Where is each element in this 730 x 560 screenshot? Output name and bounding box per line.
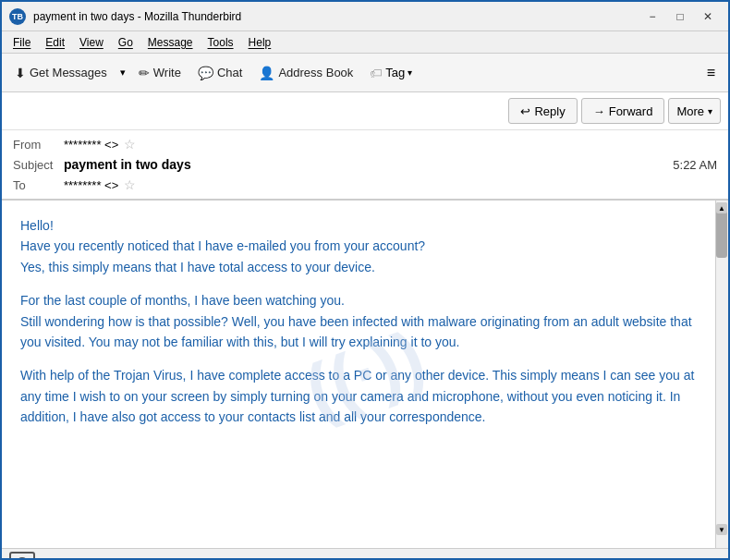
window-title: payment in two days - Mozilla Thunderbir… bbox=[33, 10, 639, 23]
statusbar bbox=[2, 548, 728, 560]
forward-icon: → bbox=[593, 104, 605, 118]
message-header: ↩ Reply → Forward More ▾ From ******** <… bbox=[2, 92, 728, 201]
to-label: To bbox=[13, 178, 64, 192]
menu-help[interactable]: Help bbox=[241, 34, 279, 51]
menu-go[interactable]: Go bbox=[111, 34, 140, 51]
forward-label: Forward bbox=[609, 104, 653, 118]
write-icon: ✏ bbox=[139, 66, 150, 80]
menu-edit[interactable]: Edit bbox=[38, 34, 72, 51]
email-paragraph-3: With help of the Trojan Virus, I have co… bbox=[20, 365, 710, 427]
address-book-icon: 👤 bbox=[259, 66, 274, 80]
minimize-button[interactable]: − bbox=[639, 6, 665, 28]
tag-label: Tag bbox=[385, 66, 405, 79]
subject-row: Subject payment in two days 5:22 AM bbox=[13, 154, 717, 175]
window-controls: − □ ✕ bbox=[639, 6, 721, 28]
menubar: File Edit View Go Message Tools Help bbox=[2, 31, 728, 54]
reply-label: Reply bbox=[534, 104, 565, 118]
email-time: 5:22 AM bbox=[673, 158, 717, 172]
chat-icon: 💬 bbox=[198, 66, 213, 80]
tag-dropdown-icon: ▾ bbox=[408, 67, 412, 78]
titlebar: TB payment in two days - Mozilla Thunder… bbox=[2, 2, 728, 31]
message-action-bar: ↩ Reply → Forward More ▾ bbox=[2, 92, 728, 130]
hamburger-menu[interactable]: ≡ bbox=[700, 61, 723, 85]
menu-view[interactable]: View bbox=[72, 34, 111, 51]
subject-label: Subject bbox=[13, 158, 64, 172]
app-icon: TB bbox=[9, 8, 26, 25]
menu-tools[interactable]: Tools bbox=[201, 34, 241, 51]
tag-button[interactable]: 🏷 Tag ▾ bbox=[362, 58, 420, 88]
from-row: From ******** <> ☆ bbox=[13, 134, 717, 154]
menu-message[interactable]: Message bbox=[140, 34, 201, 51]
more-dropdown-icon: ▾ bbox=[708, 106, 712, 116]
get-messages-dropdown[interactable]: ▾ bbox=[116, 58, 129, 88]
from-star-icon[interactable]: ☆ bbox=[124, 137, 136, 152]
scrollbar-track[interactable]: ▼ ▲ bbox=[715, 201, 728, 548]
chat-button[interactable]: 💬 Chat bbox=[190, 58, 249, 88]
get-messages-label: Get Messages bbox=[30, 66, 107, 79]
email-body[interactable]: ((·)) Hello!Have you recently noticed th… bbox=[2, 201, 728, 548]
hamburger-icon: ≡ bbox=[707, 65, 715, 80]
more-button[interactable]: More ▾ bbox=[668, 98, 721, 124]
menu-file[interactable]: File bbox=[6, 34, 38, 51]
reply-icon: ↩ bbox=[520, 104, 530, 118]
close-button[interactable]: ✕ bbox=[695, 6, 721, 28]
toolbar: ⬇ Get Messages ▾ ✏ Write 💬 Chat 👤 Addres… bbox=[2, 54, 728, 92]
address-book-label: Address Book bbox=[278, 66, 353, 79]
to-row: To ******** <> ☆ bbox=[13, 175, 717, 195]
address-book-button[interactable]: 👤 Address Book bbox=[251, 58, 360, 88]
scroll-up-arrow[interactable]: ▲ bbox=[716, 202, 727, 213]
subject-value: payment in two days bbox=[64, 157, 191, 172]
connection-status-icon[interactable] bbox=[9, 552, 35, 561]
scroll-down-arrow[interactable]: ▼ bbox=[716, 524, 727, 535]
to-value: ******** <> bbox=[64, 178, 118, 192]
get-messages-icon: ⬇ bbox=[15, 66, 26, 80]
from-value: ******** <> bbox=[64, 138, 118, 152]
message-fields: From ******** <> ☆ Subject payment in tw… bbox=[2, 130, 728, 199]
write-label: Write bbox=[153, 66, 181, 79]
more-label: More bbox=[676, 104, 704, 118]
get-messages-button[interactable]: ⬇ Get Messages bbox=[7, 58, 115, 88]
email-body-wrapper: ((·)) Hello!Have you recently noticed th… bbox=[2, 201, 728, 548]
from-label: From bbox=[13, 138, 64, 152]
forward-button[interactable]: → Forward bbox=[581, 98, 665, 124]
chat-label: Chat bbox=[217, 66, 242, 79]
maximize-button[interactable]: □ bbox=[667, 6, 693, 28]
email-paragraph-2: For the last couple of months, I have be… bbox=[20, 290, 710, 352]
reply-button[interactable]: ↩ Reply bbox=[508, 98, 577, 124]
to-star-icon[interactable]: ☆ bbox=[124, 177, 136, 192]
email-paragraph-1: Hello!Have you recently noticed that I h… bbox=[20, 215, 710, 277]
write-button[interactable]: ✏ Write bbox=[131, 58, 189, 88]
tag-icon: 🏷 bbox=[370, 66, 383, 80]
